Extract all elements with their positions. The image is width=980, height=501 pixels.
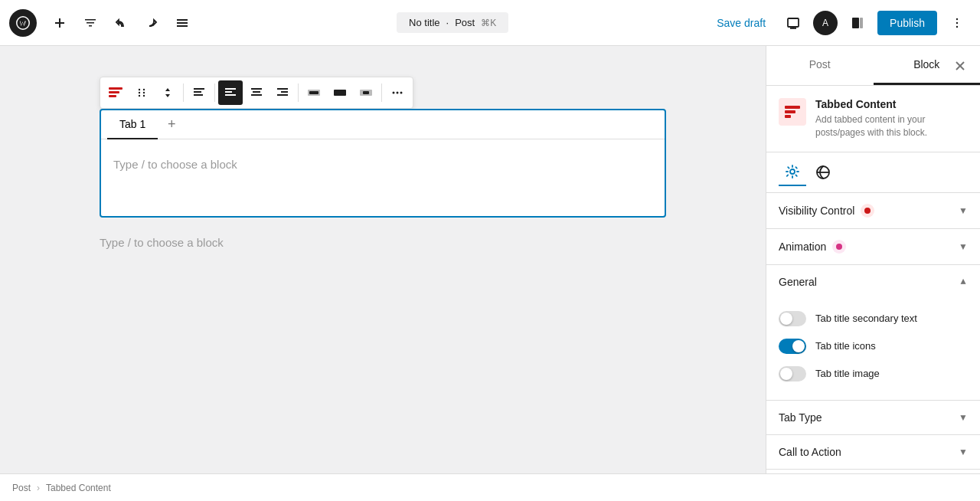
undo-button[interactable] bbox=[107, 9, 135, 37]
tab-content[interactable]: Type / to choose a block bbox=[101, 139, 665, 216]
save-draft-button[interactable]: Save draft bbox=[709, 12, 773, 34]
animation-chevron: ▼ bbox=[959, 241, 968, 252]
toggle-row-secondary-text: Tab title secondary text bbox=[779, 305, 968, 332]
svg-rect-15 bbox=[109, 95, 116, 97]
editor-content: Tab 1 + Type / to choose a block Type / … bbox=[100, 77, 666, 255]
post-title-pill[interactable]: No title · Post ⌘K bbox=[397, 12, 508, 33]
cta-header[interactable]: Call to Action ▼ bbox=[766, 435, 980, 469]
separator3 bbox=[298, 84, 299, 102]
align-center-button[interactable] bbox=[244, 80, 269, 105]
block-settings-button[interactable] bbox=[779, 159, 806, 186]
sidebar-toggle-button[interactable] bbox=[844, 9, 871, 37]
svg-rect-30 bbox=[251, 94, 262, 96]
right-sidebar: Post Block Tabbed Content Add tabbed con… bbox=[766, 46, 980, 473]
align-left-button[interactable] bbox=[218, 80, 243, 105]
toggle-label-icons: Tab title icons bbox=[815, 340, 876, 352]
add-tab-button[interactable]: + bbox=[161, 114, 182, 136]
svg-rect-13 bbox=[109, 87, 122, 90]
separator4 bbox=[381, 84, 382, 102]
post-title: No title bbox=[409, 17, 439, 28]
align-right-button[interactable] bbox=[270, 80, 295, 105]
svg-rect-35 bbox=[309, 91, 318, 94]
avatar-button[interactable]: A bbox=[813, 11, 838, 35]
tab-post[interactable]: Post bbox=[766, 46, 874, 85]
breadcrumb-post[interactable]: Post bbox=[12, 483, 31, 493]
visibility-section: Visibility Control ▼ bbox=[766, 193, 980, 229]
align-none-button[interactable] bbox=[187, 80, 211, 105]
svg-point-21 bbox=[143, 95, 145, 97]
svg-rect-45 bbox=[785, 110, 795, 113]
tools-button[interactable] bbox=[77, 9, 104, 37]
drag-handle-button[interactable] bbox=[129, 80, 154, 105]
tab-bar: Tab 1 + bbox=[101, 110, 665, 139]
block-info-text: Tabbed Content Add tabbed content in you… bbox=[815, 98, 968, 139]
sidebar-tabs: Post Block bbox=[766, 46, 980, 86]
animation-label: Animation bbox=[779, 241, 826, 253]
full-align-button[interactable] bbox=[328, 80, 352, 105]
svg-point-17 bbox=[143, 89, 145, 90]
redo-button[interactable] bbox=[138, 9, 165, 37]
editor-area: Tab 1 + Type / to choose a block Type / … bbox=[0, 46, 766, 473]
general-section: General ▼ Tab title secondary text bbox=[766, 265, 980, 401]
move-up-down-button[interactable] bbox=[155, 80, 180, 105]
svg-point-47 bbox=[790, 169, 795, 174]
sidebar-close-button[interactable] bbox=[946, 52, 974, 80]
svg-rect-8 bbox=[860, 18, 863, 28]
list-view-button[interactable] bbox=[168, 9, 196, 37]
content-align-button[interactable] bbox=[354, 80, 378, 105]
visibility-label: Visibility Control bbox=[779, 205, 854, 217]
general-chevron: ▼ bbox=[959, 277, 968, 287]
main-layout: Tab 1 + Type / to choose a block Type / … bbox=[0, 46, 980, 473]
tab-type-chevron: ▼ bbox=[959, 412, 968, 423]
cta-section: Call to Action ▼ bbox=[766, 435, 980, 470]
svg-rect-28 bbox=[251, 88, 262, 90]
block-toolbar bbox=[100, 77, 413, 109]
general-header[interactable]: General ▼ bbox=[766, 265, 980, 299]
more-options-button[interactable] bbox=[943, 9, 971, 37]
animation-section: Animation ▼ bbox=[766, 229, 980, 265]
svg-point-18 bbox=[139, 92, 140, 93]
visibility-badge bbox=[861, 204, 874, 218]
below-block-placeholder[interactable]: Type / to choose a block bbox=[100, 230, 666, 255]
wide-align-button[interactable] bbox=[302, 80, 326, 105]
general-content: Tab title secondary text Tab title icons… bbox=[766, 299, 980, 400]
svg-rect-24 bbox=[194, 94, 203, 96]
svg-point-10 bbox=[956, 18, 958, 19]
visibility-header[interactable]: Visibility Control ▼ bbox=[766, 193, 980, 228]
toggle-label-image: Tab title image bbox=[815, 368, 880, 379]
general-label: General bbox=[779, 276, 817, 288]
preview-button[interactable] bbox=[779, 9, 807, 37]
toggle-secondary-text[interactable] bbox=[779, 311, 806, 326]
add-block-button[interactable] bbox=[46, 9, 74, 37]
breadcrumb-bar: Post › Tabbed Content bbox=[0, 473, 980, 501]
title-shortcut: ⌘K bbox=[481, 18, 496, 28]
svg-rect-3 bbox=[177, 22, 188, 24]
svg-point-19 bbox=[143, 92, 145, 93]
svg-rect-4 bbox=[177, 25, 188, 27]
top-bar: No title · Post ⌘K Save draft A Publish bbox=[0, 0, 980, 46]
tab-type-label: Tab Type bbox=[779, 411, 822, 424]
svg-rect-9 bbox=[852, 18, 859, 28]
tab-type-section: Tab Type ▼ bbox=[766, 401, 980, 435]
right-tools: Save draft A Publish bbox=[709, 9, 971, 37]
svg-rect-5 bbox=[788, 18, 799, 27]
svg-rect-23 bbox=[194, 91, 201, 93]
more-block-options-button[interactable] bbox=[385, 80, 410, 105]
svg-point-50 bbox=[864, 208, 871, 214]
toggle-image[interactable] bbox=[779, 366, 806, 381]
settings-icons-row bbox=[766, 152, 980, 193]
block-style-button[interactable] bbox=[809, 159, 837, 186]
breadcrumb-block[interactable]: Tabbed Content bbox=[46, 483, 111, 493]
publish-button[interactable]: Publish bbox=[877, 11, 937, 35]
animation-header[interactable]: Animation ▼ bbox=[766, 229, 980, 264]
toggle-icons[interactable] bbox=[779, 339, 806, 354]
toggle-label-secondary-text: Tab title secondary text bbox=[815, 313, 917, 324]
toggle-row-image: Tab title image bbox=[779, 360, 968, 388]
tab-block: Tab 1 + Type / to choose a block bbox=[100, 109, 666, 218]
block-info: Tabbed Content Add tabbed content in you… bbox=[766, 86, 980, 152]
breadcrumb-sep: › bbox=[37, 483, 40, 493]
block-type-button[interactable] bbox=[103, 80, 128, 105]
tab-type-header[interactable]: Tab Type ▼ bbox=[766, 401, 980, 434]
tab-1[interactable]: Tab 1 bbox=[107, 110, 158, 139]
svg-rect-27 bbox=[225, 94, 236, 96]
